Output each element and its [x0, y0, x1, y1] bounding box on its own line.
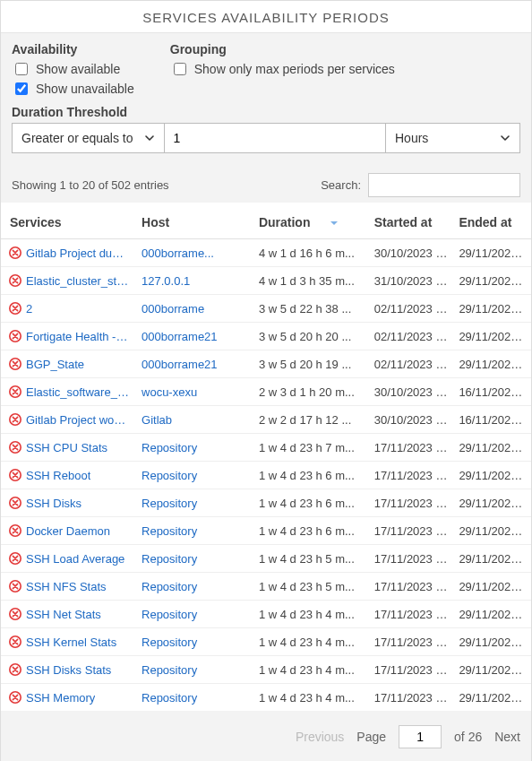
service-link[interactable]: SSH Memory [26, 691, 95, 705]
host-link[interactable]: 000borrame [142, 302, 204, 316]
unit-value: Hours [395, 131, 428, 145]
show-unavailable-input[interactable] [15, 82, 28, 95]
col-started[interactable]: Started at [369, 203, 454, 239]
host-link[interactable]: Repository [142, 497, 197, 510]
sort-desc-icon [330, 219, 339, 228]
service-link[interactable]: SSH Disks [26, 497, 82, 510]
col-services[interactable]: Services [1, 203, 136, 239]
show-max-input[interactable] [174, 63, 186, 75]
host-link[interactable]: Repository [142, 524, 197, 538]
host-link[interactable]: Repository [142, 552, 197, 566]
cell-ended: 16/11/2023 1... [453, 406, 531, 434]
search-input[interactable] [368, 173, 520, 197]
critical-status-icon [8, 385, 22, 399]
threshold-value-input[interactable] [165, 124, 385, 152]
critical-status-icon [8, 551, 22, 566]
host-link[interactable]: 000borrame21 [142, 358, 218, 371]
cell-service: SSH Net Stats [1, 601, 136, 628]
cell-started: 17/11/2023 1... [369, 628, 454, 656]
host-link[interactable]: Repository [142, 663, 197, 677]
table-row: Elastic_cluster_status127.0.0.14 w 1 d 3… [1, 267, 531, 295]
show-available-checkbox[interactable]: Show available [12, 60, 134, 78]
host-link[interactable]: Repository [142, 608, 197, 621]
critical-status-icon [8, 635, 22, 649]
cell-ended: 29/11/2023 1... [453, 462, 531, 489]
next-button[interactable]: Next [494, 730, 520, 744]
service-link[interactable]: SSH Reboot [26, 469, 90, 482]
service-link[interactable]: SSH CPU Stats [26, 441, 107, 454]
host-link[interactable]: Repository [142, 469, 197, 482]
cell-service: SSH Memory [1, 684, 136, 712]
col-duration[interactable]: Duration [253, 203, 369, 239]
cell-started: 17/11/2023 1... [369, 462, 454, 489]
critical-status-icon [8, 329, 22, 343]
critical-status-icon [8, 496, 22, 510]
chevron-down-icon [144, 133, 155, 143]
cell-started: 17/11/2023 1... [369, 601, 454, 628]
cell-ended: 29/11/2023 1... [453, 267, 531, 295]
cell-duration: 1 w 4 d 23 h 5 m... [253, 545, 369, 573]
grouping-label: Grouping [170, 42, 395, 56]
host-link[interactable]: Repository [142, 441, 197, 454]
critical-status-icon [8, 301, 22, 316]
service-link[interactable]: SSH Disks Stats [26, 663, 111, 677]
cell-duration: 1 w 4 d 23 h 6 m... [253, 489, 369, 517]
host-link[interactable]: 127.0.0.1 [142, 274, 190, 288]
show-max-checkbox[interactable]: Show only max periods per services [170, 60, 395, 78]
service-link[interactable]: SSH Net Stats [26, 608, 101, 621]
service-link[interactable]: SSH NFS Stats [26, 580, 107, 593]
cell-started: 17/11/2023 1... [369, 684, 454, 712]
cell-service: Fortigate Health - Fan [1, 323, 136, 350]
cell-service: SSH CPU Stats [1, 434, 136, 462]
cell-service: SSH Load Average [1, 545, 136, 573]
host-link[interactable]: Repository [142, 636, 197, 649]
comparator-select[interactable]: Greater or equals to [13, 124, 165, 152]
critical-status-icon [8, 523, 22, 538]
host-link[interactable]: 000borrame21 [142, 330, 218, 343]
service-link[interactable]: Gitlab Project dummy S [26, 246, 131, 260]
page-input[interactable] [399, 725, 442, 748]
cell-started: 02/11/2023 1... [369, 350, 454, 378]
critical-status-icon [8, 246, 22, 260]
service-link[interactable]: Elastic_cluster_status [26, 274, 131, 288]
cell-ended: 29/11/2023 1... [453, 489, 531, 517]
host-link[interactable]: wocu-xexu [142, 385, 197, 399]
table-row: Fortigate Health - Fan000borrame213 w 5 … [1, 323, 531, 350]
service-link[interactable]: SSH Kernel Stats [26, 636, 116, 649]
service-link[interactable]: Docker Daemon [26, 524, 110, 538]
cell-ended: 29/11/2023 1... [453, 239, 531, 267]
cell-host: Repository [136, 434, 253, 462]
cell-duration: 1 w 4 d 23 h 6 m... [253, 517, 369, 545]
service-link[interactable]: BGP_State [26, 358, 84, 371]
filters-area: Availability Show available Show unavail… [1, 33, 531, 164]
cell-service: SSH Kernel Stats [1, 628, 136, 656]
threshold-controls: Greater or equals to Hours [12, 123, 520, 153]
host-link[interactable]: 000borrame... [142, 246, 214, 260]
service-link[interactable]: 2 [26, 302, 32, 316]
service-link[interactable]: Fortigate Health - Fan [26, 330, 131, 343]
prev-button[interactable]: Previous [296, 730, 344, 744]
show-unavailable-checkbox[interactable]: Show unavailable [12, 80, 134, 98]
host-link[interactable]: Gitlab [142, 413, 172, 427]
search-label: Search: [321, 178, 361, 192]
chevron-down-icon [500, 133, 511, 143]
host-link[interactable]: Repository [142, 691, 197, 705]
cell-ended: 29/11/2023 1... [453, 545, 531, 573]
service-link[interactable]: Gitlab Project wocu-ins [26, 413, 131, 427]
table-row: SSH RebootRepository1 w 4 d 23 h 6 m...1… [1, 462, 531, 489]
cell-service: SSH Reboot [1, 462, 136, 489]
col-ended[interactable]: Ended at [453, 203, 531, 239]
panel-title: SERVICES AVAILABILITY PERIODS [1, 1, 531, 33]
unit-select[interactable]: Hours [385, 124, 519, 152]
host-link[interactable]: Repository [142, 580, 197, 593]
table-row: Elastic_software_versiowocu-xexu2 w 3 d … [1, 378, 531, 406]
cell-duration: 4 w 1 d 16 h 6 m... [253, 239, 369, 267]
show-available-input[interactable] [15, 63, 28, 75]
service-link[interactable]: SSH Load Average [26, 552, 124, 566]
cell-duration: 1 w 4 d 23 h 5 m... [253, 573, 369, 601]
critical-status-icon [8, 357, 22, 371]
col-host[interactable]: Host [136, 203, 253, 239]
service-link[interactable]: Elastic_software_versio [26, 385, 131, 399]
comparator-value: Greater or equals to [21, 131, 133, 145]
page-label: Page [356, 730, 386, 744]
